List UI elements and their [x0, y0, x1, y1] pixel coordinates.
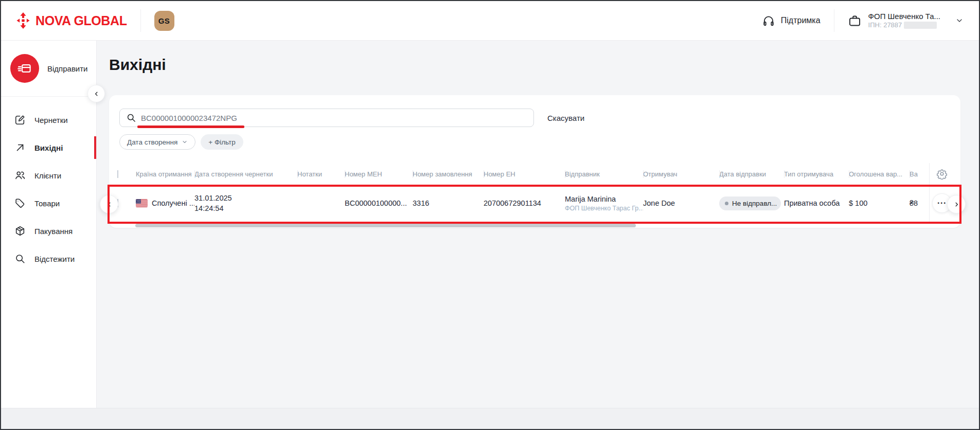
row-recipient-type: Приватна особа: [784, 199, 849, 207]
chevron-left-icon: [106, 201, 113, 208]
col-order-number: Номер замовлення: [413, 170, 484, 178]
col-send-date: Дата відправки: [719, 170, 784, 178]
sidebar-nav: Чернетки Вихідні: [1, 97, 96, 273]
workspace-badge[interactable]: GS: [154, 11, 174, 31]
col-sender: Відправник: [565, 170, 643, 178]
redacted-tax-id: [904, 22, 937, 29]
brand-logo[interactable]: NOVA GLOBAL: [16, 12, 127, 29]
row-recipient: Jone Doe: [643, 199, 719, 207]
arrow-up-right-icon: [14, 142, 26, 153]
col-meh-number: Номер МЕН: [345, 170, 413, 178]
sidebar: Відправити Чернетки Вихідні: [1, 41, 97, 408]
col-draft-date: Дата створення чернетки: [194, 170, 297, 178]
row-en-number: 20700672901134: [484, 199, 565, 207]
table-scroll-right-button[interactable]: [947, 195, 966, 213]
add-filter-button[interactable]: + Фільтр: [201, 134, 243, 150]
row-cost: ₴8: [910, 199, 929, 207]
nova-arrows-icon: [16, 12, 30, 29]
sidebar-item-products[interactable]: Товари: [1, 189, 96, 217]
chevron-right-icon: [953, 201, 960, 208]
support-button[interactable]: Підтримка: [762, 14, 821, 27]
annotation-underline: [137, 126, 244, 128]
chevron-left-icon: [93, 91, 100, 97]
brand-name: NOVA GLOBAL: [35, 13, 127, 28]
send-label: Відправити: [47, 64, 88, 73]
row-draft-date: 31.01.2025: [194, 193, 294, 203]
date-created-filter[interactable]: Дата створення: [119, 134, 195, 150]
sidebar-item-label: Вихідні: [34, 144, 63, 152]
account-name: ФОП Шевченко Та...: [868, 12, 940, 22]
top-bar: NOVA GLOBAL GS Підтримка: [1, 1, 979, 41]
search-field: [119, 109, 534, 127]
select-all-checkbox[interactable]: [117, 170, 118, 178]
header-divider-2: [834, 9, 834, 32]
sidebar-item-label: Пакування: [34, 227, 73, 236]
page-title: Вихідні: [109, 56, 166, 74]
sidebar-item-label: Відстежити: [34, 255, 75, 263]
header-divider: [140, 9, 141, 32]
col-cost: Ва: [910, 170, 929, 178]
sidebar-item-label: Товари: [34, 199, 60, 208]
account-menu[interactable]: ФОП Шевченко Та... ІПН: 27887: [848, 12, 964, 30]
row-country: Сполучені ...: [152, 199, 194, 207]
sidebar-item-track[interactable]: Відстежити: [1, 245, 96, 273]
row-sender-company: ФОП Шевченко Тарас Гр...: [565, 205, 640, 212]
status-badge: Не відправл...: [719, 196, 781, 210]
row-draft-datetime: 31.01.2025 14:24:54: [194, 193, 297, 213]
us-flag-icon: [136, 199, 148, 207]
tag-icon: [14, 198, 26, 209]
status-dot-icon: [725, 202, 728, 205]
sidebar-item-clients[interactable]: Клієнти: [1, 162, 96, 189]
chevron-down-icon: [955, 16, 964, 25]
package-icon: [14, 225, 26, 237]
chevron-down-icon: [182, 139, 188, 145]
clients-icon: [14, 170, 26, 181]
status-label: Не відправл...: [732, 200, 777, 207]
table-header-row: Країна отримання Дата створення чернетки…: [109, 163, 960, 185]
col-recipient: Отримувач: [643, 170, 719, 178]
send-button[interactable]: Відправити: [1, 41, 96, 97]
shipments-table: Країна отримання Дата створення чернетки…: [109, 163, 960, 222]
sidebar-item-drafts[interactable]: Чернетки: [1, 106, 96, 134]
gear-icon: [936, 168, 948, 180]
table-row[interactable]: Сполучені ... 31.01.2025 14:24:54 BC0000…: [109, 185, 960, 222]
app-window: NOVA GLOBAL GS Підтримка: [0, 0, 980, 430]
col-country: Країна отримання: [136, 170, 194, 178]
filter-row: Дата створення + Фільтр: [119, 134, 960, 150]
search-icon: [14, 253, 26, 264]
table-horizontal-scrollbar[interactable]: [135, 224, 636, 227]
col-en-number: Номер ЕН: [484, 170, 565, 178]
search-row: Скасувати: [109, 95, 960, 127]
cancel-button[interactable]: Скасувати: [547, 114, 584, 122]
sidebar-item-label: Клієнти: [34, 171, 61, 180]
col-notes: Нотатки: [297, 170, 345, 178]
account-tax-id: ІПН: 27887: [868, 21, 940, 29]
briefcase-icon: [848, 14, 862, 28]
col-declared-value: Оголошена вар...: [849, 170, 910, 178]
sidebar-collapse-button[interactable]: [87, 85, 105, 102]
row-order-number: 3316: [413, 199, 484, 207]
sidebar-item-outgoing[interactable]: Вихідні: [1, 134, 96, 162]
headphones-icon: [762, 14, 775, 27]
send-parcel-icon: [10, 54, 39, 83]
main-content: Вихідні Скасувати: [97, 41, 979, 408]
row-draft-time: 14:24:54: [194, 203, 294, 213]
table-scroll-left-button[interactable]: [100, 195, 118, 213]
sidebar-item-label: Чернетки: [34, 116, 68, 124]
search-input[interactable]: [141, 114, 527, 122]
page-footer: [1, 408, 979, 429]
table-settings-button[interactable]: [929, 163, 954, 185]
row-meh-number: BC00000100000...: [345, 199, 413, 207]
row-sender-name: Marija Marinina: [565, 195, 640, 203]
magnifier-icon: [126, 113, 136, 123]
outgoing-card: Скасувати Дата створення + Фільтр Країна…: [109, 95, 960, 228]
support-label: Підтримка: [781, 16, 821, 25]
sidebar-item-packaging[interactable]: Пакування: [1, 217, 96, 245]
row-declared-value: $ 100: [849, 199, 910, 207]
col-recipient-type: Тип отримувача: [784, 170, 849, 178]
compose-icon: [14, 114, 26, 126]
